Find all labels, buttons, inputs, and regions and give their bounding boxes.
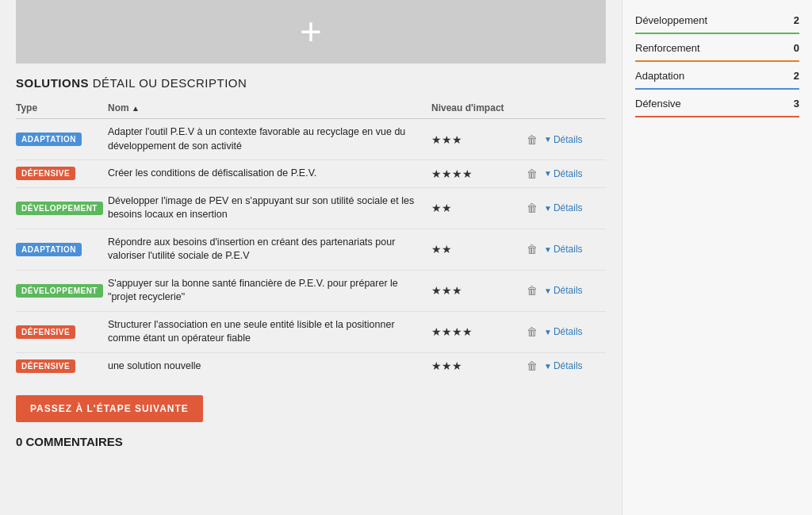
sidebar-item-count: 2: [794, 14, 799, 26]
sidebar-item-label: Adaptation: [635, 70, 684, 82]
sidebar-item-count: 3: [794, 98, 799, 110]
stars-cell: ★★★: [431, 119, 527, 160]
main-content: + SOLUTIONS DÉTAIL OU DESCRIPTION Type N…: [0, 0, 622, 515]
chevron-down-icon: ▼: [544, 286, 552, 295]
section-title: SOLUTIONS DÉTAIL OU DESCRIPTION: [16, 76, 606, 90]
stars-cell: ★★★★: [431, 311, 527, 352]
type-badge: DÉVELOPPEMENT: [16, 284, 103, 298]
type-cell: DÉVELOPPEMENT: [16, 187, 108, 229]
col-header-impact: Niveau d'impact: [431, 98, 527, 119]
actions-cell: 🗑▼Détails: [527, 270, 606, 311]
sidebar-item-wrapper: Renforcement0: [635, 36, 799, 62]
type-cell: ADAPTATION: [16, 229, 108, 270]
type-cell: DÉFENSIVE: [16, 160, 108, 188]
details-link[interactable]: ▼Détails: [544, 244, 583, 255]
stars-cell: ★★★: [431, 270, 527, 311]
type-badge: DÉFENSIVE: [16, 167, 75, 180]
add-solution-button[interactable]: +: [16, 0, 606, 63]
nom-cell: Créer les conditions de défiscalisation …: [108, 160, 431, 188]
nom-cell: une solution nouvelle: [108, 352, 431, 379]
delete-icon[interactable]: 🗑: [527, 202, 538, 214]
details-link[interactable]: ▼Détails: [544, 285, 583, 296]
stars-cell: ★★: [431, 187, 527, 229]
sidebar-underline: [635, 116, 799, 117]
table-row: DÉFENSIVEune solution nouvelle★★★🗑▼Détai…: [16, 352, 606, 379]
chevron-down-icon: ▼: [544, 362, 552, 371]
details-link[interactable]: ▼Détails: [544, 326, 583, 337]
nom-cell: Répondre aux besoins d'insertion en créa…: [108, 229, 431, 270]
details-link[interactable]: ▼Détails: [544, 134, 583, 145]
chevron-down-icon: ▼: [544, 169, 552, 178]
section-title-bold: SOLUTIONS: [16, 76, 89, 90]
type-badge: ADAPTATION: [16, 133, 82, 146]
type-cell: DÉFENSIVE: [16, 311, 108, 352]
delete-icon[interactable]: 🗑: [527, 325, 538, 338]
solutions-table: Type Nom ▲ Niveau d'impact ADAPTATIONAda…: [16, 98, 606, 379]
delete-icon[interactable]: 🗑: [527, 167, 538, 180]
table-row: ADAPTATIONRépondre aux besoins d'inserti…: [16, 229, 606, 270]
type-badge: DÉFENSIVE: [16, 359, 75, 373]
table-row: ADAPTATIONAdapter l'outil P.E.V à un con…: [16, 119, 606, 160]
actions-cell: 🗑▼Détails: [527, 119, 606, 160]
type-badge: ADAPTATION: [16, 243, 82, 256]
sidebar-item-label: Défensive: [635, 98, 681, 110]
plus-icon: +: [300, 13, 322, 51]
chevron-down-icon: ▼: [544, 135, 552, 144]
delete-icon[interactable]: 🗑: [527, 133, 538, 146]
stars-cell: ★★★: [431, 352, 527, 379]
stars-icon: ★★★: [431, 359, 462, 372]
sidebar-item: Adaptation2: [635, 63, 799, 88]
nom-cell: S'appuyer sur la bonne santé financière …: [108, 270, 431, 311]
sidebar-item-label: Développement: [635, 14, 707, 26]
type-cell: ADAPTATION: [16, 119, 108, 160]
sidebar-item: Défensive3: [635, 91, 799, 116]
delete-icon[interactable]: 🗑: [527, 284, 538, 297]
stars-icon: ★★: [431, 243, 452, 256]
details-link[interactable]: ▼Détails: [544, 202, 583, 213]
table-row: DÉVELOPPEMENTDévelopper l'image de PEV e…: [16, 187, 606, 229]
actions-cell: 🗑▼Détails: [527, 187, 606, 229]
type-cell: DÉVELOPPEMENT: [16, 270, 108, 311]
sidebar-underline: [635, 60, 799, 62]
stars-cell: ★★: [431, 229, 527, 270]
sidebar-item-wrapper: Défensive3: [635, 91, 799, 117]
sidebar-item-count: 2: [794, 70, 799, 82]
nom-cell: Adapter l'outil P.E.V à un contexte favo…: [108, 119, 431, 160]
section-title-light: DÉTAIL OU DESCRIPTION: [89, 76, 247, 90]
delete-icon[interactable]: 🗑: [527, 243, 538, 256]
stars-icon: ★★★★: [431, 325, 473, 338]
sidebar-item: Renforcement0: [635, 36, 799, 60]
actions-cell: 🗑▼Détails: [527, 229, 606, 270]
delete-icon[interactable]: 🗑: [527, 359, 538, 372]
stars-icon: ★★: [431, 202, 452, 214]
type-badge: DÉVELOPPEMENT: [16, 202, 103, 215]
actions-cell: 🗑▼Détails: [527, 160, 606, 188]
actions-cell: 🗑▼Détails: [527, 352, 606, 379]
next-step-button[interactable]: PASSEZ À L'ÉTAPE SUIVANTE: [16, 395, 203, 422]
chevron-down-icon: ▼: [544, 204, 552, 213]
col-header-type: Type: [16, 98, 108, 119]
sidebar-underline: [635, 88, 799, 90]
sidebar-item-wrapper: Adaptation2: [635, 63, 799, 90]
chevron-down-icon: ▼: [544, 245, 552, 254]
stars-icon: ★★★: [431, 133, 462, 146]
chevron-down-icon: ▼: [544, 328, 552, 336]
stars-icon: ★★★: [431, 284, 462, 297]
sidebar-underline: [635, 33, 799, 34]
sidebar-item: Développement2: [635, 8, 799, 33]
details-link[interactable]: ▼Détails: [544, 168, 583, 179]
sidebar-item-wrapper: Développement2: [635, 8, 799, 34]
stars-cell: ★★★★: [431, 160, 527, 188]
type-badge: DÉFENSIVE: [16, 325, 75, 339]
col-header-actions: [527, 98, 606, 119]
nom-cell: Développer l'image de PEV en s'appuyant …: [108, 187, 431, 229]
table-row: DÉVELOPPEMENTS'appuyer sur la bonne sant…: [16, 270, 606, 311]
table-row: DÉFENSIVECréer les conditions de défisca…: [16, 160, 606, 188]
stars-icon: ★★★★: [431, 167, 473, 180]
type-cell: DÉFENSIVE: [16, 352, 108, 379]
sort-arrow-icon: ▲: [132, 104, 140, 113]
details-link[interactable]: ▼Détails: [544, 360, 583, 371]
actions-cell: 🗑▼Détails: [527, 311, 606, 352]
sidebar-item-count: 0: [794, 42, 799, 54]
nom-cell: Structurer l'association en une seule en…: [108, 311, 431, 352]
